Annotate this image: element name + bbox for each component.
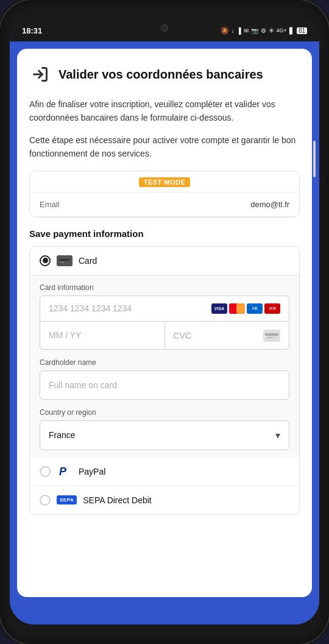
svg-rect-2 xyxy=(59,259,70,261)
visa-logo: VISA xyxy=(211,303,227,314)
signal-icon: ▐ xyxy=(237,27,241,34)
camera2-icon: 📷 xyxy=(251,27,258,34)
description-1: Afin de finaliser votre inscription, veu… xyxy=(29,97,300,125)
scrollbar[interactable] xyxy=(313,141,316,177)
page-title: Valider vos coordonnées bancaires xyxy=(58,67,263,82)
silent-icon: 🔕 xyxy=(221,27,229,35)
description-2: Cette étape est nécessaire pour activer … xyxy=(29,133,300,161)
cvc-placeholder: CVC xyxy=(174,331,192,341)
card-details-section: Card information 1234 1234 1234 1234 VIS… xyxy=(30,275,299,458)
paypal-payment-option[interactable]: P PayPal xyxy=(30,458,299,486)
mail-icon: ✉ xyxy=(244,27,249,34)
svg-rect-5 xyxy=(265,333,278,336)
expiry-field[interactable]: MM / YY xyxy=(40,322,164,350)
phone-device: 18:31 🔕 ↓ ▐ ✉ 📷 ⚙ ✳ 4G+ ▋ 81 xyxy=(0,0,329,644)
status-icons: 🔕 ↓ ▐ ✉ 📷 ⚙ ✳ 4G+ ▋ 81 xyxy=(221,27,307,35)
sepa-badge: SEPA xyxy=(57,495,77,504)
card-icon xyxy=(57,255,73,266)
form-section: TEST MODE Email demo@tl.fr xyxy=(29,171,300,218)
card-logos: VISA CB JCB xyxy=(211,303,280,314)
main-card: Valider vos coordonnées bancaires Afin d… xyxy=(17,49,312,597)
cvc-field[interactable]: CVC xyxy=(164,322,290,350)
signal-bars-icon: ▋ xyxy=(289,27,294,34)
test-mode-banner: TEST MODE xyxy=(30,171,299,193)
sepa-payment-option[interactable]: SEPA SEPA Direct Debit xyxy=(30,486,299,514)
network-icon: 4G+ xyxy=(277,27,287,34)
status-bar: 18:31 🔕 ↓ ▐ ✉ 📷 ⚙ ✳ 4G+ ▋ 81 xyxy=(10,19,319,41)
paypal-logo: P xyxy=(57,466,73,477)
sepa-radio[interactable] xyxy=(40,495,51,506)
svg-text:P: P xyxy=(59,465,67,478)
settings-icon: ⚙ xyxy=(261,27,266,34)
email-label: Email xyxy=(40,200,60,209)
save-payment-title: Save payment information xyxy=(29,228,300,239)
sepa-label: SEPA Direct Debit xyxy=(83,495,152,505)
cb-logo: CB xyxy=(247,303,263,314)
svg-rect-6 xyxy=(267,337,273,338)
page-header: Valider vos coordonnées bancaires xyxy=(29,63,300,85)
cardholder-placeholder: Full name on card xyxy=(49,380,117,390)
paypal-label: PayPal xyxy=(79,467,105,476)
phone-screen: 18:31 🔕 ↓ ▐ ✉ 📷 ⚙ ✳ 4G+ ▋ 81 xyxy=(10,19,319,625)
paypal-radio[interactable] xyxy=(40,466,51,477)
camera xyxy=(161,24,168,32)
card-label: Card xyxy=(79,256,97,266)
card-radio[interactable] xyxy=(40,255,51,266)
bluetooth-icon: ✳ xyxy=(269,27,274,35)
cardholder-section: Cardholder name Full name on card xyxy=(40,358,289,400)
cardholder-field[interactable]: Full name on card xyxy=(40,370,289,400)
country-select[interactable]: France ▾ xyxy=(40,420,289,450)
expiry-placeholder: MM / YY xyxy=(49,330,81,340)
email-value: demo@tl.fr xyxy=(250,200,289,209)
svg-rect-3 xyxy=(60,262,64,263)
card-radio-inner xyxy=(43,258,48,263)
jcb-logo: JCB xyxy=(264,303,280,314)
card-payment-option[interactable]: Card xyxy=(30,247,299,275)
country-section: Country or region France ▾ xyxy=(40,408,289,450)
notch xyxy=(134,19,195,37)
card-number-field[interactable]: 1234 1234 1234 1234 VISA CB JCB xyxy=(40,295,289,322)
cardholder-label: Cardholder name xyxy=(40,358,289,367)
email-row: Email demo@tl.fr xyxy=(30,193,299,217)
country-label: Country or region xyxy=(40,408,289,417)
card-number-placeholder: 1234 1234 1234 1234 xyxy=(49,303,132,313)
cvc-icon xyxy=(263,330,280,342)
download-icon: ↓ xyxy=(232,27,235,34)
battery-icon: 81 xyxy=(297,27,307,34)
status-time: 18:31 xyxy=(22,26,42,35)
mastercard-logo xyxy=(229,303,245,314)
expiry-cvc-row: MM / YY CVC xyxy=(40,322,289,350)
country-value: France xyxy=(49,430,76,440)
test-mode-badge: TEST MODE xyxy=(139,177,191,187)
screen-content: Valider vos coordonnées bancaires Afin d… xyxy=(10,41,319,625)
payment-method-card: Card Card information 1234 1234 1234 123… xyxy=(29,246,300,515)
card-info-label: Card information xyxy=(40,283,289,292)
chevron-down-icon: ▾ xyxy=(275,430,280,441)
login-icon xyxy=(29,63,51,85)
